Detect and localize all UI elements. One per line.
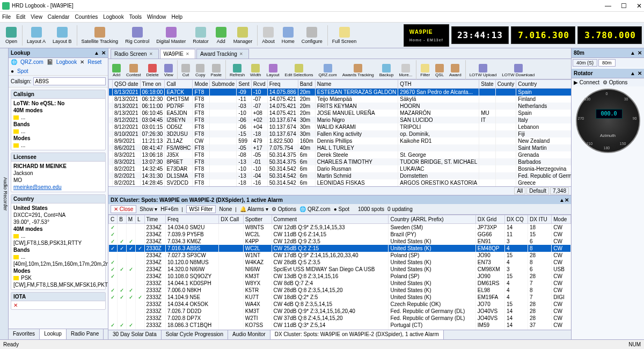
ct-view[interactable]: View xyxy=(162,64,176,77)
pane-close-icon[interactable]: ✕ xyxy=(101,50,106,56)
dx-row[interactable]: ✓✓✓2333Z18.086.3 CT1BQHKO7SSCW 11dB Q:3*… xyxy=(109,322,571,329)
rot-options[interactable]: ⚙ Options xyxy=(603,79,627,85)
ct-paste[interactable]: Paste xyxy=(208,64,224,77)
lefttab-lookup[interactable]: Lookup xyxy=(40,329,67,339)
log-row[interactable]: 8/13/202106:10:45EA5JDNFT8-10+0814.075.4… xyxy=(109,110,572,117)
dx-close-icon[interactable]: ✕ xyxy=(565,197,569,203)
menu-view[interactable]: View xyxy=(31,14,42,20)
lookup-logbook[interactable]: Logbook xyxy=(56,59,77,65)
sec-licensee-hdr[interactable]: Licensee xyxy=(11,153,105,162)
subtab-radio-screen[interactable]: Radio Screen✕ xyxy=(111,49,159,59)
log-row[interactable]: 8/2/202114:28:45SV2DCDFT8-18-1650.314.54… xyxy=(109,179,572,186)
dx-row[interactable]: 2334Z7.027.3 SP3CWW1NTCW 17dB Q:9* Z:14,… xyxy=(109,252,571,259)
lefttab-radio-pane[interactable]: Radio Pane xyxy=(67,329,104,339)
sec-iota-hdr[interactable]: IOTA xyxy=(11,293,105,301)
menu-file[interactable]: File xyxy=(2,14,11,20)
dx-row[interactable]: ✓✓✓2333Z7.006.0 N8KHK5TRCW 28dB Q:8 Z:3,… xyxy=(109,287,571,294)
band-40m[interactable]: 40m (S) xyxy=(573,59,597,67)
dx-row[interactable]: 2333Z14.034.4 OK5OKWA4XCW 4dB Q:8 Z:3,5,… xyxy=(109,301,571,308)
log-row[interactable]: 8/2/202114:32:45E73DARFT8-10-1050.314.54… xyxy=(109,165,572,172)
menu-window[interactable]: Window xyxy=(147,14,166,20)
tb-digital-master[interactable]: Digital Master xyxy=(153,26,189,45)
dx-qrz[interactable]: 🌐 QRZ.com xyxy=(299,206,331,212)
lefttab-favorites[interactable]: Favorites xyxy=(9,329,40,339)
dx-row[interactable]: ✓2334Z14.034.0 SM2UW8NTSCW 12dB Q:9* Z:5… xyxy=(109,224,571,231)
tb-configure[interactable]: Configure xyxy=(298,26,326,45)
close-icon[interactable]: ✕ xyxy=(636,2,642,10)
log-row[interactable]: 8/13/202106:18:00EA7CKFT8-09-1014.075.88… xyxy=(109,89,572,96)
dx-row[interactable]: ✓2334Z10.120.0 N8MUSW4KAZCW 28dB Q:5 Z:3… xyxy=(109,259,571,266)
pin-icon[interactable]: ▲ xyxy=(94,50,99,56)
log-row[interactable]: 8/12/202103:04:45IZ8EYNFT8-06+0210.137.6… xyxy=(109,117,572,123)
bottab-0[interactable]: 30 Day Solar Data xyxy=(108,330,162,339)
ct-awards-tracking[interactable]: Awards Tracking xyxy=(340,64,377,77)
tb-home[interactable]: Home xyxy=(279,26,298,45)
log-row[interactable]: 8/9/202111:21:13ZL1AZCW5994791.822.50016… xyxy=(109,137,572,144)
menu-edit[interactable]: Edit xyxy=(16,14,25,20)
minimize-icon[interactable]: — xyxy=(605,2,611,10)
dx-row[interactable]: ✓✓✓✓2330Z7.016.3 AB9SWC2LCW 25dB Q:2 Z:1… xyxy=(109,245,571,252)
tb-about[interactable]: About xyxy=(259,26,279,45)
ct-filter[interactable]: Filter xyxy=(418,64,433,77)
ct-contest[interactable]: Contest xyxy=(123,64,144,77)
dx-row[interactable]: ✓✓✓2334Z7.034.3 KM6ZK4PPCW 12dB Q:9 Z:3,… xyxy=(109,238,571,245)
ct-lotw-upload[interactable]: LOTW Upload xyxy=(467,64,500,77)
bottab-3[interactable]: DX Cluster: Spots: WA9PIE on WA9PIE-2 (D… xyxy=(270,330,444,339)
dx-pin-icon[interactable]: ▲ xyxy=(559,197,565,203)
log-row[interactable]: 8/2/202114:31:30DL1SMAFT8-13-0450.314.54… xyxy=(109,172,572,179)
dx-row[interactable]: ✓✓✓2334Z14.320.0 NI6IWNI6IWSpclEvt USS M… xyxy=(109,266,571,273)
dx-row[interactable]: ✓✓✓✓2333Z14.104.9 N5EKU7TCW 18dB Q:2* Z:… xyxy=(109,294,571,301)
lookup-qrz-com[interactable]: QRZ.com xyxy=(20,59,43,65)
subtab-award-tracking[interactable]: Award Tracking✕ xyxy=(196,49,249,59)
dx-alarms[interactable]: 🔔 Alarms ▾ xyxy=(240,206,268,212)
licensee-email[interactable]: rmeinke@semo.edu xyxy=(13,184,62,190)
dx-row[interactable]: 2333Z7.020.8 DP7XW2TICW 37dB Q:8 Z:4,5,1… xyxy=(109,315,571,322)
tb-rotator[interactable]: Rotator xyxy=(189,26,213,45)
log-row[interactable]: 8/6/202108:41:47FS/W8HCFT8-05+177.075.75… xyxy=(109,144,572,151)
log-row[interactable]: 8/13/202106:11:00PD7RFFT8-03-0714.075.42… xyxy=(109,103,572,110)
ct-copy[interactable]: Copy xyxy=(193,64,208,77)
ct-add[interactable]: Add xyxy=(109,64,123,77)
tb-layout-b[interactable]: Layout B xyxy=(49,26,76,45)
dx-row[interactable]: ✓2334Z7.039.9 PY5FBWC2LCW 11dB Q:6 Z:14,… xyxy=(109,231,571,238)
tb-add[interactable]: Add xyxy=(213,26,230,45)
dx-row[interactable]: 2333Z7.026.7 DD2DKM3TCW 20dB Q:9* Z:3,14… xyxy=(109,308,571,315)
dx-wsi[interactable]: WSI Filter xyxy=(186,205,216,213)
bottab-1[interactable]: Solar Cycle Progression xyxy=(162,330,228,339)
lookup-spot[interactable]: Spot xyxy=(17,68,28,74)
subtab-wa9pie[interactable]: WA9PIE✕ xyxy=(160,49,195,59)
menu-calendar[interactable]: Calendar xyxy=(48,14,70,20)
tb-layout-a[interactable]: Layout A xyxy=(24,26,49,45)
lookup-reset[interactable]: Reset xyxy=(87,59,101,65)
ct-edit-selections[interactable]: Edit Selections xyxy=(282,64,316,77)
log-row[interactable]: 8/12/202103:01:15OD5IZFT8-06+0410.137.67… xyxy=(109,123,572,130)
log-row[interactable]: 8/10/202107:26:303D2USUFT8-15-1810.137.6… xyxy=(109,130,572,137)
ct-delete[interactable]: Delete xyxy=(144,64,162,77)
ct-qrz-com[interactable]: QRZ.com xyxy=(316,64,339,77)
dx-none[interactable]: None xyxy=(219,206,232,212)
menu-help[interactable]: Help xyxy=(172,14,183,20)
ct-layout[interactable]: Layout xyxy=(264,64,282,77)
ct-qsl[interactable]: QSL xyxy=(433,64,447,77)
dx-close-btn[interactable]: ✕ Close xyxy=(111,205,136,213)
ct-refresh[interactable]: Refresh xyxy=(227,64,247,77)
sec-callsign-hdr[interactable]: Callsign xyxy=(11,90,105,99)
maximize-icon[interactable]: ☐ xyxy=(621,2,627,10)
ct-width[interactable]: Width xyxy=(247,64,264,77)
audio-recorder-tab[interactable]: Audio Recorder xyxy=(0,48,9,339)
tb-open[interactable]: Open xyxy=(2,26,21,45)
log-row[interactable]: 8/3/202113:06:18J35XFT8-08-0550.314.3756… xyxy=(109,151,572,158)
rot-connect[interactable]: ▶ Connect xyxy=(574,79,599,85)
tb-rig-control[interactable]: Rig Control xyxy=(122,26,153,45)
ct-award[interactable]: Award xyxy=(447,64,464,77)
close-icon[interactable]: ✕ xyxy=(186,52,189,56)
rot-close-icon[interactable]: ✕ xyxy=(638,70,642,76)
dx-options[interactable]: ⚙ Options xyxy=(272,206,296,212)
rot-pin-icon[interactable]: ▲ xyxy=(630,70,635,76)
menu-tools[interactable]: Tools xyxy=(129,14,142,20)
ct-lotw-download[interactable]: LOTW Download xyxy=(499,64,537,77)
r-pin-icon[interactable]: ▲ xyxy=(630,50,635,56)
band-80m[interactable]: 80m xyxy=(598,59,616,67)
bottab-2[interactable]: Audio Monitor xyxy=(228,330,270,339)
close-icon[interactable]: ✕ xyxy=(149,52,153,56)
